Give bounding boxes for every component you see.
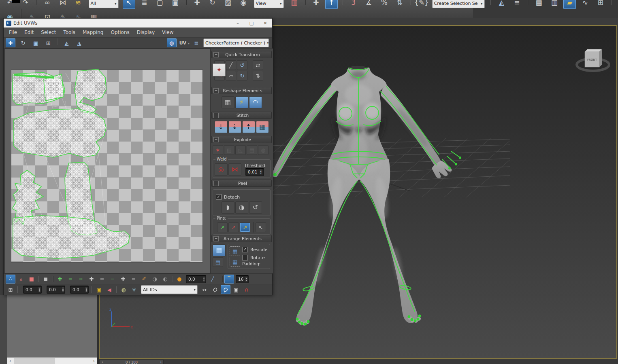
pan-icon[interactable]: ↔ bbox=[200, 285, 209, 294]
pin-add-icon[interactable]: ↗ bbox=[217, 222, 228, 232]
element-toggle-icon[interactable]: ◼ bbox=[41, 275, 51, 284]
minimize-button[interactable]: – bbox=[231, 19, 245, 28]
pivot-flyout-button[interactable]: ✦ bbox=[213, 63, 226, 76]
stitch-average-icon[interactable]: ⇣ bbox=[228, 121, 241, 133]
loop-grow-icon[interactable]: ✚ bbox=[87, 275, 96, 284]
select-ring-icon[interactable]: ≡ bbox=[108, 275, 117, 284]
menu-options[interactable]: Options bbox=[107, 28, 133, 36]
rotate-ccw-90-icon[interactable]: ↺ bbox=[237, 60, 247, 70]
time-slider-left-arrow[interactable]: ‹ bbox=[100, 360, 104, 364]
collapse-icon[interactable]: − bbox=[213, 52, 219, 57]
pack-together-icon[interactable]: ▤ bbox=[213, 257, 223, 267]
break-icon[interactable]: ▨ bbox=[224, 145, 234, 155]
time-slider-right-arrow[interactable]: › bbox=[159, 360, 163, 364]
select-manipulate-icon[interactable]: ✚ bbox=[310, 0, 322, 9]
curve-editor-icon[interactable]: ∿ bbox=[579, 0, 591, 9]
weld-selected-icon[interactable]: ⋈ bbox=[228, 163, 241, 176]
material-id-dropdown[interactable]: All IDs▾ bbox=[141, 285, 198, 294]
spinner-icon[interactable]: ▴▾ bbox=[259, 169, 262, 174]
uv-islands[interactable] bbox=[5, 49, 210, 273]
uv-mirror-v-icon[interactable]: ◮ bbox=[75, 38, 84, 47]
schematic-view-icon[interactable]: ⊞ bbox=[594, 0, 607, 9]
threshold-field[interactable]: 0.01 ▴▾ bbox=[245, 168, 264, 176]
collapse-icon[interactable]: − bbox=[213, 181, 219, 186]
menu-select[interactable]: Select bbox=[37, 28, 60, 36]
select-object-icon[interactable]: ↖ bbox=[123, 0, 135, 9]
stitch-target-icon[interactable]: ▦ bbox=[256, 121, 269, 133]
menu-mapping[interactable]: Mapping bbox=[79, 28, 107, 36]
viewcube[interactable]: FRONT bbox=[577, 49, 609, 71]
horizontal-scrollbar[interactable]: ‹ › bbox=[7, 358, 97, 364]
freeze-icon[interactable]: ✳ bbox=[129, 285, 139, 294]
menu-tools[interactable]: Tools bbox=[60, 28, 79, 36]
flatten-by-group-icon[interactable]: ▤ bbox=[247, 145, 257, 155]
loop-shrink-icon[interactable]: ━ bbox=[97, 275, 107, 284]
select-move-icon[interactable]: ✚ bbox=[191, 0, 203, 9]
flatten-by-material-icon[interactable]: ◍ bbox=[258, 145, 269, 155]
scene-explorer-icon[interactable]: ▤ bbox=[533, 0, 545, 9]
w-value[interactable]: 0.0▴▾ bbox=[70, 286, 89, 294]
uv-scale-icon[interactable]: ▣ bbox=[31, 38, 40, 47]
uv-move-icon[interactable]: ✚ bbox=[6, 38, 15, 47]
target-weld-icon[interactable]: ◎ bbox=[215, 163, 228, 176]
scroll-left-arrow[interactable]: ‹ bbox=[7, 359, 13, 363]
menu-file[interactable]: File bbox=[5, 28, 21, 36]
mirror-icon[interactable]: ◭ bbox=[495, 0, 508, 9]
texture-dropdown[interactable]: CheckerPattern ( Checker ) ▾ bbox=[203, 38, 269, 47]
selection-filter-dropdown[interactable]: All▾ bbox=[89, 0, 119, 8]
uv-space-selector[interactable]: UV ▾ bbox=[179, 40, 190, 46]
stitch-custom-icon[interactable]: ↓ bbox=[215, 121, 228, 133]
edge-mode-icon[interactable]: ▵ bbox=[16, 275, 26, 284]
uv-options-icon[interactable]: ≣ bbox=[192, 38, 201, 47]
window-crossing-icon[interactable]: ▣ bbox=[169, 0, 181, 9]
ring-grow-icon[interactable]: ✚ bbox=[118, 275, 128, 284]
uv-freeform-icon[interactable]: ⊞ bbox=[43, 38, 53, 47]
zoom-icon[interactable]: Q bbox=[210, 285, 220, 294]
select-place-icon[interactable]: ◉ bbox=[237, 0, 249, 9]
select-scale-icon[interactable]: ▨ bbox=[222, 0, 234, 9]
ref-coordsys-dropdown[interactable]: View▾ bbox=[254, 0, 284, 8]
title-bar[interactable]: Edit UVWs – □ ✕ bbox=[4, 19, 272, 28]
collapse-icon[interactable]: − bbox=[213, 137, 219, 142]
close-button[interactable]: ✕ bbox=[258, 19, 272, 28]
collapse-icon[interactable]: − bbox=[213, 88, 219, 93]
show-active-texture-icon[interactable]: ◍ bbox=[167, 38, 177, 47]
face-mode-icon[interactable]: ■ bbox=[27, 275, 36, 284]
ring-shrink-icon[interactable]: ━ bbox=[129, 275, 139, 284]
space-vertical-icon[interactable]: ⇅ bbox=[253, 71, 263, 80]
falloff-linear-icon[interactable]: ╱ bbox=[208, 275, 217, 284]
collapse-icon[interactable]: − bbox=[213, 236, 219, 241]
rescale-checkbox[interactable]: ✓ bbox=[242, 247, 248, 252]
show-hidden-icon[interactable]: ◍ bbox=[119, 285, 128, 294]
menu-edit[interactable]: Edit bbox=[21, 28, 37, 36]
select-rotate-icon[interactable]: ↻ bbox=[206, 0, 219, 9]
use-pivot-point-icon[interactable]: ▥ bbox=[288, 0, 300, 9]
keyboard-override-icon[interactable]: ↑ bbox=[325, 0, 338, 9]
zoom-region-icon[interactable]: Q bbox=[221, 285, 230, 294]
align-icon[interactable]: ≡ bbox=[511, 0, 523, 9]
scroll-right-arrow[interactable]: › bbox=[91, 359, 97, 363]
zoom-extents-icon[interactable]: ▣ bbox=[231, 285, 241, 294]
redo-icon[interactable]: ↷ bbox=[19, 0, 32, 9]
uv-editor-canvas[interactable] bbox=[4, 49, 210, 273]
soft-selection-icon[interactable]: ● bbox=[175, 275, 184, 284]
time-slider[interactable]: ‹ 0 / 100 › bbox=[100, 360, 164, 364]
layer-manager-icon[interactable]: ▥ bbox=[548, 0, 560, 9]
soft-selection-value[interactable]: 0.0▴▾ bbox=[186, 275, 206, 283]
edge-distance-value[interactable]: 16▴▾ bbox=[236, 275, 249, 283]
straighten-selection-icon[interactable]: ◠ bbox=[249, 96, 262, 108]
grow-selection-icon[interactable]: ✚ bbox=[55, 275, 65, 284]
filter-selected-faces-icon[interactable]: ◀ bbox=[104, 285, 114, 294]
explode-to-faces-icon[interactable]: ✶ bbox=[213, 145, 223, 155]
layer-explorer-icon[interactable]: ▰ bbox=[563, 0, 576, 9]
named-selection-sets-icon[interactable]: {✎} bbox=[416, 0, 428, 9]
rect-select-region-icon[interactable]: ▢ bbox=[153, 0, 166, 9]
collapse-icon[interactable]: − bbox=[213, 113, 219, 118]
rotate-checkbox[interactable] bbox=[242, 255, 248, 260]
uv-rotate-icon[interactable]: ↻ bbox=[18, 38, 28, 47]
uv-mirror-h-icon[interactable]: ◭ bbox=[62, 38, 71, 47]
pin-auto-icon[interactable]: ↗ bbox=[240, 222, 250, 232]
u-value[interactable]: 0.0▴▾ bbox=[23, 286, 42, 294]
detach-checkbox[interactable]: ✓ bbox=[216, 194, 222, 200]
percent-snap-icon[interactable]: % bbox=[378, 0, 390, 9]
